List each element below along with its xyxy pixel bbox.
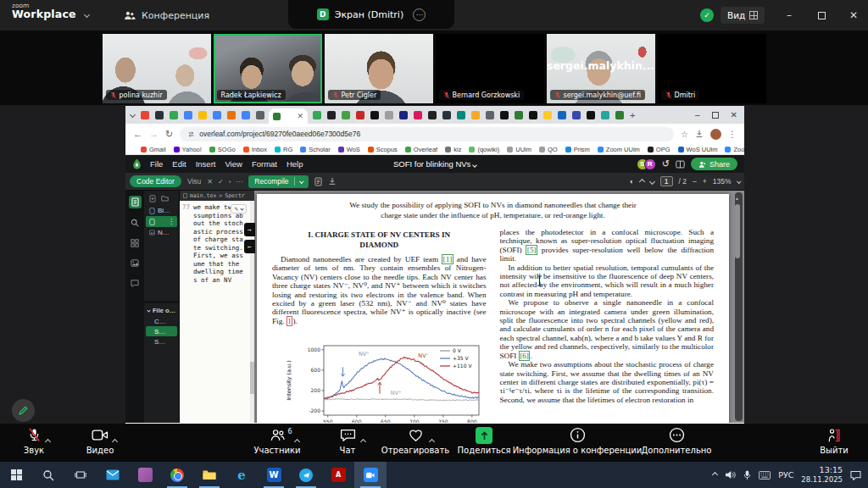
bookmark-item[interactable]: QO: [539, 146, 558, 153]
download-icon[interactable]: [695, 130, 704, 138]
site-info-icon[interactable]: [187, 130, 195, 138]
file-tree-item[interactable]: Bi…: [144, 205, 179, 216]
collaborator-avatar[interactable]: R: [644, 158, 656, 170]
participant-tile[interactable]: Petr Cigler: [325, 34, 433, 103]
meeting-info-button[interactable]: Информация о конференции: [515, 426, 639, 455]
edge-app[interactable]: e: [225, 462, 258, 488]
participant-tile[interactable]: sergei.malykhin... sergei.malykhin@uef.f…: [547, 34, 655, 103]
contrast-icon[interactable]: ◐: [630, 177, 634, 186]
keyboard-icon[interactable]: [759, 471, 771, 480]
expand-pdf-icon[interactable]: →: [244, 223, 255, 236]
pinned-tab[interactable]: [356, 111, 364, 119]
overleaf-menu-item[interactable]: Format: [252, 159, 277, 169]
close-button[interactable]: ✕: [839, 0, 868, 30]
annotation-pencil-button[interactable]: [12, 399, 35, 422]
editor-breadcrumb[interactable]: main.tex > Spectr: [180, 191, 254, 201]
review-next-icon[interactable]: ›: [229, 178, 231, 186]
browser-menu-icon[interactable]: ⋮: [728, 130, 737, 139]
pinned-tab[interactable]: [572, 111, 581, 119]
video-button[interactable]: Видео: [78, 426, 122, 455]
pinned-tab[interactable]: [213, 111, 221, 119]
new-file-icon[interactable]: [149, 195, 156, 202]
pinned-tab[interactable]: [385, 111, 393, 119]
browser-close-icon[interactable]: ✕: [731, 110, 737, 119]
bookmark-item[interactable]: SOGo: [209, 146, 236, 153]
volume-icon[interactable]: [725, 470, 736, 480]
maximize-button[interactable]: [807, 0, 836, 30]
visual-editor-toggle[interactable]: Visu: [187, 177, 201, 186]
bookmark-item[interactable]: (qowiki): [469, 146, 499, 153]
overleaf-menu-item[interactable]: Edit: [172, 159, 186, 169]
code-editor-toggle[interactable]: Code Editor: [130, 175, 181, 187]
bookmark-item[interactable]: RG: [275, 146, 292, 153]
tab-screen-share[interactable]: D Экран (Dmitri) ⋯: [288, 0, 454, 29]
pinned-tab[interactable]: [529, 111, 537, 119]
overleaf-logo-icon[interactable]: [132, 158, 142, 169]
pinned-tab[interactable]: [486, 111, 494, 119]
history-icon[interactable]: ↺: [662, 158, 670, 169]
participant-tile[interactable]: Dmitri: [658, 34, 766, 103]
pdf-viewer-pane[interactable]: We study the possibility of applying SOF…: [254, 191, 744, 423]
outline-item[interactable]: C…: [144, 316, 179, 326]
audio-button[interactable]: Звук: [12, 426, 56, 455]
pinned-tab[interactable]: [428, 111, 437, 119]
bookmark-item[interactable]: Inbox: [243, 146, 267, 153]
new-folder-icon[interactable]: [161, 195, 169, 202]
pinned-tab[interactable]: [198, 111, 207, 119]
code-editor-pane[interactable]: main.tex > Spectr 77 we make two assumpt…: [179, 191, 254, 423]
pinned-tab[interactable]: [342, 111, 350, 119]
purple-app[interactable]: [129, 462, 161, 488]
panel-resize-handle[interactable]: [144, 301, 179, 303]
pinned-tab[interactable]: [457, 111, 465, 119]
pinned-tab[interactable]: [500, 111, 509, 119]
tab-screen-more-icon[interactable]: ⋯: [413, 8, 426, 21]
tray-mic-icon[interactable]: [743, 470, 751, 480]
citation[interactable]: [6]: [519, 351, 531, 361]
language-indicator[interactable]: РУС: [778, 470, 793, 480]
pinned-tab[interactable]: [242, 111, 250, 119]
telegram-app[interactable]: [290, 462, 322, 488]
page-up-icon[interactable]: [639, 178, 645, 184]
citation[interactable]: [5]: [526, 245, 537, 255]
file-tree-item-selected[interactable]: ⋮: [146, 216, 177, 227]
url-field[interactable]: overleaf.com/project/69270fe0aeed06e7300…: [180, 127, 674, 141]
pinned-tab[interactable]: [615, 111, 624, 119]
share-button[interactable]: Share: [691, 158, 737, 170]
bookmark-item[interactable]: Prism: [565, 146, 590, 153]
audio-options-chevron-icon[interactable]: [44, 439, 50, 445]
leave-button[interactable]: Выйти: [812, 426, 856, 455]
react-button[interactable]: Отреагировать: [378, 426, 453, 455]
chat-rail-icon[interactable]: [129, 277, 142, 290]
pdf-scrollbar[interactable]: ▲: [735, 192, 743, 421]
video-options-chevron-icon[interactable]: [112, 439, 118, 445]
participant-tile[interactable]: polina kuzhir: [103, 34, 211, 103]
pinned-tab[interactable]: [155, 111, 164, 119]
active-tab[interactable]: ✕: [269, 108, 308, 124]
bookmark-star-icon[interactable]: ☆: [681, 130, 688, 139]
file-menu-icon[interactable]: ⋮: [168, 218, 175, 225]
page-number-field[interactable]: 1: [660, 176, 673, 186]
pinned-tab[interactable]: [601, 111, 609, 119]
minimize-button[interactable]: –: [775, 0, 804, 30]
participant-tile[interactable]: Bernard Gorzkowski: [436, 34, 544, 103]
zoom-in-icon[interactable]: +: [703, 177, 707, 186]
search-rail-icon[interactable]: [129, 216, 142, 229]
overleaf-menu-item[interactable]: View: [225, 159, 242, 169]
pinned-tab[interactable]: [313, 111, 321, 119]
figure-reference[interactable]: 1: [287, 316, 293, 326]
layout-icon[interactable]: [676, 160, 685, 169]
review-more-icon[interactable]: ⋯: [236, 178, 242, 186]
bookmark-item[interactable]: Zoom UUlm: [598, 146, 640, 153]
bookmark-item[interactable]: kiz: [445, 146, 461, 153]
pinned-tab[interactable]: [414, 111, 422, 119]
tab-close-icon[interactable]: ✕: [297, 112, 303, 120]
review-accept-icon[interactable]: ✓: [218, 178, 224, 186]
overleaf-menu-item[interactable]: Insert: [196, 159, 216, 169]
more-button[interactable]: Дополнительно: [639, 426, 714, 455]
tab-search-chevron-icon[interactable]: [130, 112, 136, 118]
acrobat-app[interactable]: A: [322, 462, 354, 488]
bookmark-item[interactable]: Scholar: [300, 146, 330, 153]
chrome-app[interactable]: [161, 462, 193, 488]
forward-icon[interactable]: →: [149, 129, 159, 139]
bookmark-item[interactable]: Zoom UEF: [725, 146, 744, 153]
